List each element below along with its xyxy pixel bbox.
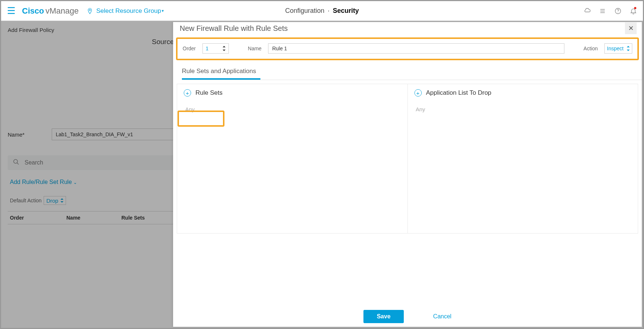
rule-name-label: Name (248, 46, 261, 51)
help-icon[interactable] (614, 7, 622, 15)
breadcrumb: Configuration · Security (285, 7, 359, 15)
action-label: Action (583, 46, 598, 51)
add-rule-set-button[interactable]: + (184, 89, 191, 97)
cloud-icon[interactable] (583, 7, 591, 15)
caret-down-icon: ▾ (162, 8, 164, 13)
modal-footer: Save Cancel (173, 310, 642, 323)
tab-rule-sets-and-applications[interactable]: Rule Sets and Applications (182, 68, 256, 79)
add-application-list-button[interactable]: + (414, 89, 422, 97)
select-resource-group-button[interactable]: Select Resource Group ▾ (87, 7, 164, 15)
close-icon: ✕ (628, 24, 634, 32)
hamburger-menu-icon[interactable]: ☰ (7, 5, 15, 17)
application-list-title: Application List To Drop (426, 89, 491, 97)
svg-point-0 (89, 9, 91, 11)
close-button[interactable]: ✕ (625, 22, 637, 34)
new-firewall-rule-modal: New Firewall Rule with Rule Sets ✕ Order… (173, 22, 642, 327)
rule-sets-title: Rule Sets (195, 89, 223, 97)
cancel-button[interactable]: Cancel (433, 313, 451, 320)
rule-sets-panel: + Rule Sets Any (177, 84, 408, 233)
list-icon[interactable] (599, 7, 606, 15)
resource-group-label: Select Resource Group (96, 7, 161, 15)
application-list-body: Any (414, 97, 632, 122)
modal-title: New Firewall Rule with Rule Sets (180, 24, 625, 33)
modal-tabs: Rule Sets and Applications (182, 68, 642, 80)
rule-basic-fields-highlight: Order 1 Name Action Inspect (176, 37, 639, 60)
app-header: ☰ CiscovManage Select Resource Group ▾ C… (1, 1, 643, 21)
order-label: Order (183, 46, 196, 51)
rule-sets-body: Any (184, 97, 401, 122)
application-list-panel: + Application List To Drop Any (408, 84, 638, 233)
order-select[interactable]: 1 (202, 43, 229, 54)
location-pin-icon (87, 8, 93, 14)
notifications-bell-icon[interactable] (630, 7, 637, 15)
rule-panels: + Rule Sets Any + Application List To Dr… (177, 84, 638, 234)
brand-logo[interactable]: CiscovManage (22, 6, 78, 16)
action-select[interactable]: Inspect (604, 43, 632, 54)
rule-name-input[interactable] (268, 43, 564, 54)
svg-point-5 (618, 12, 618, 12)
save-button[interactable]: Save (363, 310, 404, 323)
